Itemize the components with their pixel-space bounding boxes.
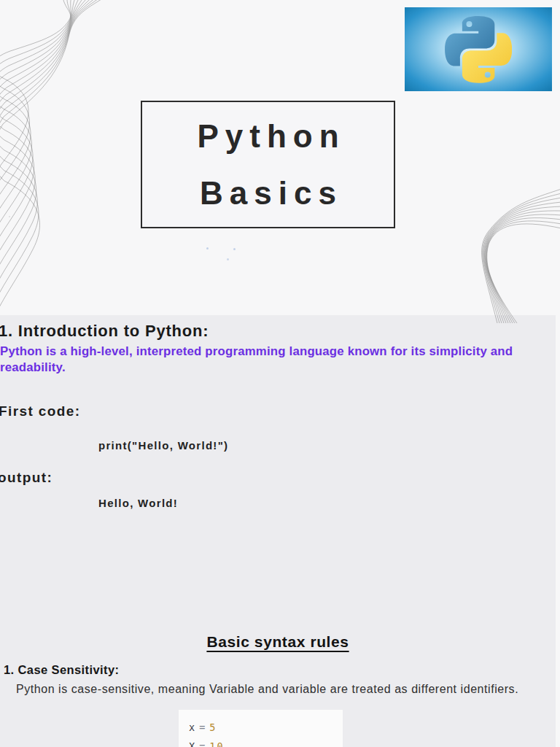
first-code-label: First code: (0, 403, 81, 419)
page-title-line-2: Basics (193, 177, 343, 209)
code-operator: = (199, 740, 206, 747)
title-box: Python Basics (141, 101, 395, 228)
intro-description: Python is a high-level, interpreted prog… (0, 344, 560, 375)
code-variable: X (189, 740, 196, 747)
intro-heading: 1. Introduction to Python: (0, 322, 209, 341)
code-line: X=10 (189, 737, 343, 747)
code-line: x=5 (189, 718, 343, 737)
speck-decoration (227, 258, 229, 260)
python-logo-icon (445, 16, 512, 83)
content-section: 1. Introduction to Python: Python is a h… (0, 315, 556, 747)
python-logo-tile (405, 7, 552, 91)
output-label: output: (0, 470, 52, 486)
code-operator: = (199, 721, 206, 733)
code-number: 5 (209, 721, 217, 733)
syntax-rules-heading: Basic syntax rules (0, 633, 556, 651)
rule-title: 1. Case Sensitivity: (4, 663, 119, 677)
rule-body: Python is case-sensitive, meaning Variab… (16, 681, 560, 697)
page-title-line-1: Python (190, 120, 345, 152)
wavy-lines-right-decoration (451, 186, 560, 323)
speck-decoration (206, 247, 209, 249)
code-variable: x (189, 721, 196, 733)
code-block: x=5 X=10 (179, 710, 343, 747)
speck-decoration (9, 216, 10, 217)
speck-decoration (233, 248, 236, 250)
first-code-snippet: print("Hello, World!") (98, 439, 228, 452)
output-value: Hello, World! (98, 497, 178, 509)
code-number: 10 (209, 740, 224, 747)
